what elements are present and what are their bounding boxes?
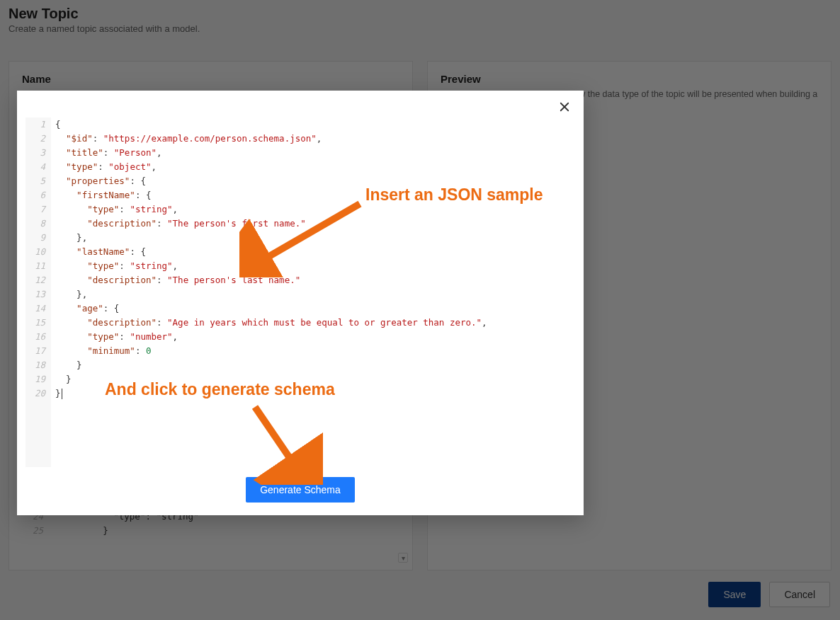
code-text: "type": "string", — [51, 202, 178, 217]
line-number: 13 — [25, 287, 51, 302]
code-text: "properties": { — [51, 174, 146, 188]
code-row: 15 "description": "Age in years which mu… — [25, 316, 575, 330]
line-number: 1 — [25, 117, 51, 132]
line-number: 8 — [25, 217, 51, 231]
line-number: 14 — [25, 302, 51, 316]
svg-line-2 — [252, 204, 360, 266]
code-row: 16 "type": "number", — [25, 330, 575, 344]
code-row: 4 "type": "object", — [25, 160, 575, 174]
arrow-icon — [239, 200, 367, 277]
line-number: 2 — [25, 132, 51, 146]
code-row: 18 } — [25, 358, 575, 372]
line-number: 11 — [25, 259, 51, 273]
code-text: }, — [51, 287, 87, 302]
annotation-click-generate: And click to generate schema — [105, 380, 335, 399]
code-text: { — [51, 117, 61, 132]
line-number: 7 — [25, 202, 51, 217]
code-text: "$id": "https://example.com/person.schem… — [51, 132, 322, 146]
svg-line-3 — [255, 407, 300, 473]
code-text: "firstName": { — [51, 188, 151, 202]
text-caret — [62, 389, 62, 399]
close-icon — [558, 101, 571, 116]
line-number: 18 — [25, 358, 51, 372]
line-number: 20 — [25, 386, 51, 401]
code-text: "title": "Person", — [51, 146, 162, 160]
code-row: 13 }, — [25, 287, 575, 302]
code-text: "type": "number", — [51, 330, 178, 344]
code-text: "type": "string", — [51, 259, 178, 273]
line-number: 12 — [25, 273, 51, 287]
code-text: "lastName": { — [51, 245, 146, 259]
code-row: 3 "title": "Person", — [25, 146, 575, 160]
arrow-icon — [245, 400, 323, 485]
code-text: } — [51, 358, 82, 372]
code-text: }, — [51, 231, 87, 245]
line-number: 4 — [25, 160, 51, 174]
line-number: 6 — [25, 188, 51, 202]
line-number: 16 — [25, 330, 51, 344]
code-text: "minimum": 0 — [51, 344, 151, 358]
line-number: 19 — [25, 372, 51, 386]
code-text: } — [51, 386, 62, 401]
line-number: 5 — [25, 174, 51, 188]
code-text: "type": "object", — [51, 160, 157, 174]
code-text: "description": "Age in years which must … — [51, 316, 487, 330]
code-row: 2 "$id": "https://example.com/person.sch… — [25, 132, 575, 146]
line-number: 10 — [25, 245, 51, 259]
code-row: 17 "minimum": 0 — [25, 344, 575, 358]
code-text: } — [51, 372, 72, 386]
line-number: 9 — [25, 231, 51, 245]
close-button[interactable] — [557, 101, 572, 116]
code-text: "age": { — [51, 302, 119, 316]
code-row: 14 "age": { — [25, 302, 575, 316]
annotation-insert-json: Insert an JSON sample — [365, 185, 543, 205]
line-number: 15 — [25, 316, 51, 330]
line-number: 3 — [25, 146, 51, 160]
code-row: 1{ — [25, 117, 575, 132]
line-number: 17 — [25, 344, 51, 358]
